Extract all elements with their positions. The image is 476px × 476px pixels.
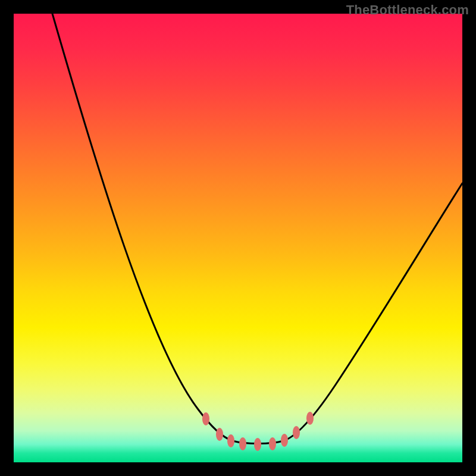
curve-markers — [202, 412, 314, 451]
marker-point — [216, 428, 223, 441]
plot-area — [14, 14, 462, 462]
marker-point — [269, 437, 276, 450]
curve-paths — [52, 14, 462, 444]
marker-point — [293, 426, 300, 439]
curve-left-branch — [52, 14, 233, 441]
marker-point — [202, 412, 209, 425]
marker-point — [239, 437, 246, 450]
marker-point — [306, 412, 314, 425]
watermark-text: TheBottleneck.com — [346, 2, 469, 18]
curve-right-branch — [283, 183, 462, 441]
marker-point — [227, 434, 234, 447]
marker-point — [281, 434, 288, 447]
marker-point — [254, 438, 261, 451]
bottleneck-curve — [14, 14, 462, 462]
